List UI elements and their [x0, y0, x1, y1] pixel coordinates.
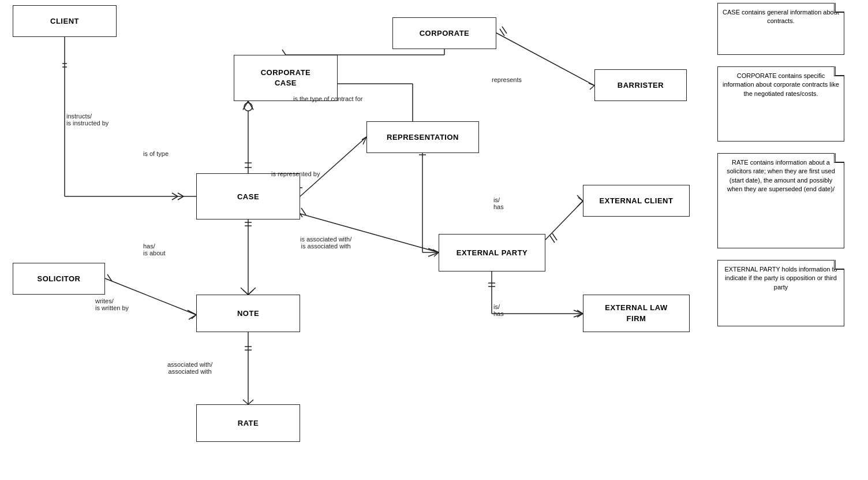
- svg-line-10: [243, 101, 248, 110]
- note-external-party: EXTERNAL PARTY holds information to indi…: [717, 260, 844, 326]
- relation-is-of-type: is of type: [143, 150, 169, 157]
- entity-external-party: EXTERNAL PARTY: [439, 234, 545, 271]
- svg-line-39: [428, 252, 439, 256]
- relation-represented-by: is represented by: [271, 170, 320, 177]
- svg-line-29: [362, 137, 366, 140]
- svg-line-70: [190, 312, 196, 315]
- svg-line-49: [578, 198, 583, 201]
- svg-line-52: [577, 201, 583, 207]
- relation-is-has-client: is/has: [493, 196, 504, 210]
- entity-note: NOTE: [196, 295, 300, 332]
- svg-line-78: [248, 400, 253, 404]
- relation-writes: writes/is written by: [95, 297, 129, 311]
- entity-barrister: BARRISTER: [594, 69, 687, 101]
- svg-line-32: [500, 29, 504, 36]
- svg-line-69: [107, 274, 112, 281]
- diagram-container: CLIENT CORPORATE CORPORATE CASE BARRISTE…: [0, 0, 868, 480]
- svg-line-38: [428, 248, 439, 252]
- relation-type-contract: is the type of contract for: [293, 95, 362, 102]
- svg-line-26: [300, 137, 366, 196]
- svg-line-33: [502, 27, 507, 34]
- svg-line-46: [545, 201, 583, 240]
- svg-line-58: [577, 314, 583, 317]
- svg-line-11: [248, 101, 253, 110]
- svg-line-71: [192, 315, 196, 319]
- svg-line-51: [577, 195, 583, 201]
- svg-line-65: [248, 290, 253, 295]
- svg-line-35: [590, 85, 594, 90]
- entity-client: CLIENT: [13, 5, 117, 37]
- svg-point-9: [244, 103, 252, 111]
- svg-line-48: [552, 233, 557, 240]
- relation-has-about: has/is about: [143, 243, 166, 256]
- relation-assoc-with: associated with/associated with: [167, 361, 212, 375]
- note-rate: RATE contains information about a solici…: [717, 153, 844, 248]
- relation-represents: represents: [492, 76, 522, 83]
- svg-line-60: [574, 314, 583, 317]
- svg-line-57: [577, 310, 583, 314]
- svg-line-43: [301, 208, 306, 215]
- svg-line-64: [243, 290, 248, 295]
- svg-line-77: [243, 400, 248, 404]
- relation-is-has-firm: is/has: [493, 303, 504, 317]
- entity-solicitor: SOLICITOR: [13, 263, 105, 295]
- entity-representation: REPRESENTATION: [366, 121, 479, 153]
- svg-line-7: [172, 196, 178, 200]
- svg-line-67: [248, 288, 256, 295]
- entity-rate: RATE: [196, 404, 300, 442]
- svg-line-4: [178, 193, 184, 196]
- svg-line-66: [241, 288, 248, 295]
- svg-line-6: [172, 193, 178, 196]
- svg-line-47: [550, 236, 555, 243]
- entity-corporate-case: CORPORATE CASE: [234, 55, 338, 101]
- svg-line-5: [178, 196, 184, 200]
- svg-line-44: [433, 250, 439, 252]
- svg-line-72: [188, 310, 196, 315]
- entity-external-law-firm: EXTERNAL LAW FIRM: [583, 295, 690, 332]
- note-case: CASE contains general information about …: [717, 3, 844, 55]
- svg-line-73: [189, 315, 196, 319]
- svg-line-34: [589, 83, 594, 85]
- relation-instructs: instructs/is instructed by: [66, 113, 108, 126]
- svg-line-18: [282, 50, 286, 55]
- entity-external-client: EXTERNAL CLIENT: [583, 185, 690, 217]
- relation-associated: is associated with/is associated with: [300, 236, 351, 250]
- entity-corporate: CORPORATE: [392, 17, 496, 49]
- svg-line-59: [574, 310, 583, 314]
- note-corporate: CORPORATE contains specific information …: [717, 66, 844, 142]
- entity-case: CASE: [196, 173, 300, 219]
- svg-line-45: [434, 252, 439, 256]
